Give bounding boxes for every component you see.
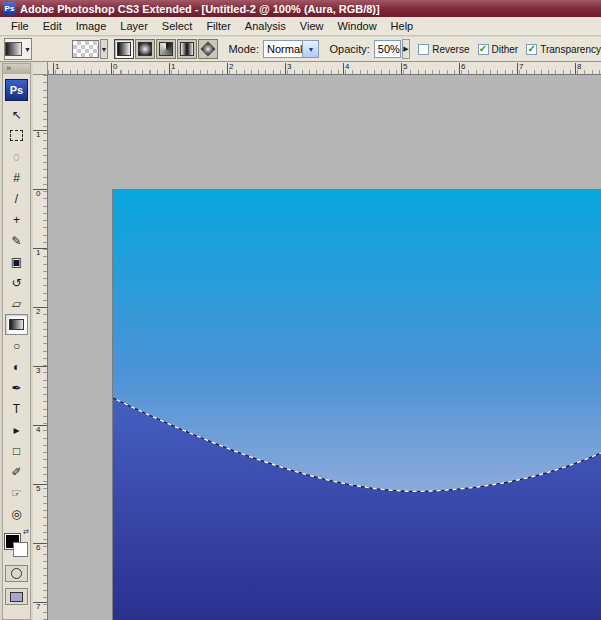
quick-mask-button[interactable]: [5, 565, 28, 582]
hand-tool[interactable]: ☞: [5, 482, 28, 503]
menu-analysis[interactable]: Analysis: [238, 18, 293, 34]
eraser-tool[interactable]: ▱: [5, 293, 28, 314]
shape-icon: □: [13, 444, 20, 458]
menu-edit[interactable]: Edit: [36, 18, 69, 34]
ruler-number: 7: [519, 63, 523, 71]
screen-mode-button[interactable]: [5, 588, 28, 605]
gradient-tool[interactable]: [5, 314, 28, 335]
history-brush-tool[interactable]: ↺: [5, 272, 28, 293]
clone-stamp-tool[interactable]: ▣: [5, 251, 28, 272]
zoom-tool[interactable]: ◎: [5, 503, 28, 524]
ruler-number: 7: [36, 603, 40, 611]
gradient-type-buttons: [114, 39, 218, 59]
ruler-corner: [33, 62, 48, 75]
menu-select[interactable]: Select: [155, 18, 200, 34]
type-icon: T: [13, 402, 20, 416]
eyedropper-tool[interactable]: ✐: [5, 461, 28, 482]
crop-tool[interactable]: #: [5, 167, 28, 188]
window-title: Adobe Photoshop CS3 Extended - [Untitled…: [20, 3, 380, 15]
chevron-down-icon: ▼: [24, 46, 31, 53]
menu-file[interactable]: File: [4, 18, 36, 34]
background-color-swatch[interactable]: [13, 542, 28, 557]
clone-stamp-icon: ▣: [11, 255, 22, 269]
ruler-number: 5: [36, 485, 40, 493]
reflected-gradient-button[interactable]: [177, 39, 197, 59]
diamond-gradient-icon: [201, 41, 216, 56]
blur-icon: ○: [13, 339, 20, 353]
chevron-down-icon: ▼: [101, 46, 108, 53]
gradient-tool-preset-button[interactable]: ▼: [4, 38, 32, 60]
opacity-input[interactable]: 50%: [374, 40, 401, 58]
tools-palette: » Ps ↖ ◌ # / + ✎ ▣ ↺ ▱ ○ ◐ ✒ T ▸ □ ✐ ☞ ◎…: [2, 63, 31, 620]
gradient-picker-dropdown-button[interactable]: ▼: [100, 39, 109, 59]
dither-checkbox[interactable]: ✓: [478, 44, 489, 55]
type-tool[interactable]: T: [5, 398, 28, 419]
pen-tool[interactable]: ✒: [5, 377, 28, 398]
workspace: [48, 75, 601, 620]
canvas[interactable]: [113, 190, 601, 620]
ruler-number: 1: [55, 63, 59, 71]
slice-tool[interactable]: /: [5, 188, 28, 209]
mode-label: Mode:: [228, 43, 259, 55]
ruler-number: 2: [229, 63, 233, 71]
reverse-checkbox[interactable]: [418, 44, 429, 55]
horizontal-ruler[interactable]: 1 0 1 2 3 4 5 6 7 8: [48, 62, 601, 75]
opacity-label: Opacity:: [329, 43, 369, 55]
diamond-gradient-button[interactable]: [198, 39, 218, 59]
ruler-ticks: [43, 75, 47, 620]
menu-bar: File Edit Image Layer Select Filter Anal…: [0, 17, 601, 36]
menu-layer[interactable]: Layer: [113, 18, 155, 34]
angle-gradient-icon: [159, 42, 173, 56]
lasso-tool[interactable]: ◌: [5, 146, 28, 167]
rectangular-marquee-tool[interactable]: [5, 125, 28, 146]
history-brush-icon: ↺: [11, 276, 21, 290]
path-selection-icon: ▸: [13, 423, 19, 437]
ruler-number: 4: [345, 63, 349, 71]
chevron-down-icon[interactable]: ▼: [302, 41, 318, 57]
vertical-ruler[interactable]: 1 0 1 2 3 4 5 6 7: [33, 75, 48, 620]
zoom-icon: ◎: [11, 507, 21, 521]
linear-gradient-button[interactable]: [114, 39, 134, 59]
shape-tool[interactable]: □: [5, 440, 28, 461]
transparency-checkbox-row: ✓ Transparency: [526, 44, 601, 55]
palette-collapse-button[interactable]: »: [3, 64, 30, 74]
move-tool[interactable]: ↖: [5, 104, 28, 125]
reflected-gradient-icon: [180, 42, 194, 56]
reverse-label: Reverse: [432, 44, 469, 55]
healing-brush-icon: +: [13, 213, 20, 227]
title-bar[interactable]: Ps Adobe Photoshop CS3 Extended - [Untit…: [0, 0, 601, 17]
opacity-slider-button[interactable]: ▶: [402, 39, 410, 59]
transparency-label: Transparency: [540, 44, 601, 55]
path-selection-tool[interactable]: ▸: [5, 419, 28, 440]
pen-icon: ✒: [11, 381, 21, 395]
angle-gradient-button[interactable]: [156, 39, 176, 59]
blur-tool[interactable]: ○: [5, 335, 28, 356]
ps-logo[interactable]: Ps: [5, 79, 28, 101]
ruler-number: 1: [171, 63, 175, 71]
canvas-art: [113, 190, 601, 620]
ruler-number: 5: [403, 63, 407, 71]
swap-colors-icon[interactable]: ⇄: [23, 528, 29, 536]
menu-view[interactable]: View: [293, 18, 331, 34]
slice-icon: /: [15, 192, 18, 206]
radial-gradient-button[interactable]: [135, 39, 155, 59]
brush-tool[interactable]: ✎: [5, 230, 28, 251]
menu-window[interactable]: Window: [330, 18, 383, 34]
linear-gradient-icon: [117, 42, 131, 56]
gradient-picker-swatch[interactable]: [72, 40, 99, 58]
ruler-number: 1: [36, 249, 40, 257]
dodge-tool[interactable]: ◐: [5, 356, 28, 377]
ruler-number: 0: [36, 190, 40, 198]
gradient-tool-icon: [5, 42, 22, 56]
menu-image[interactable]: Image: [69, 18, 114, 34]
color-swatches: ⇄: [5, 531, 28, 559]
transparency-checkbox[interactable]: ✓: [526, 44, 537, 55]
photoshop-window: Ps Adobe Photoshop CS3 Extended - [Untit…: [0, 0, 601, 620]
healing-brush-tool[interactable]: +: [5, 209, 28, 230]
mode-dropdown[interactable]: Normal ▼: [263, 40, 319, 58]
screen-mode-icon: [10, 592, 23, 602]
ruler-number: 6: [36, 544, 40, 552]
ruler-number: 6: [461, 63, 465, 71]
menu-filter[interactable]: Filter: [199, 18, 237, 34]
menu-help[interactable]: Help: [384, 18, 421, 34]
